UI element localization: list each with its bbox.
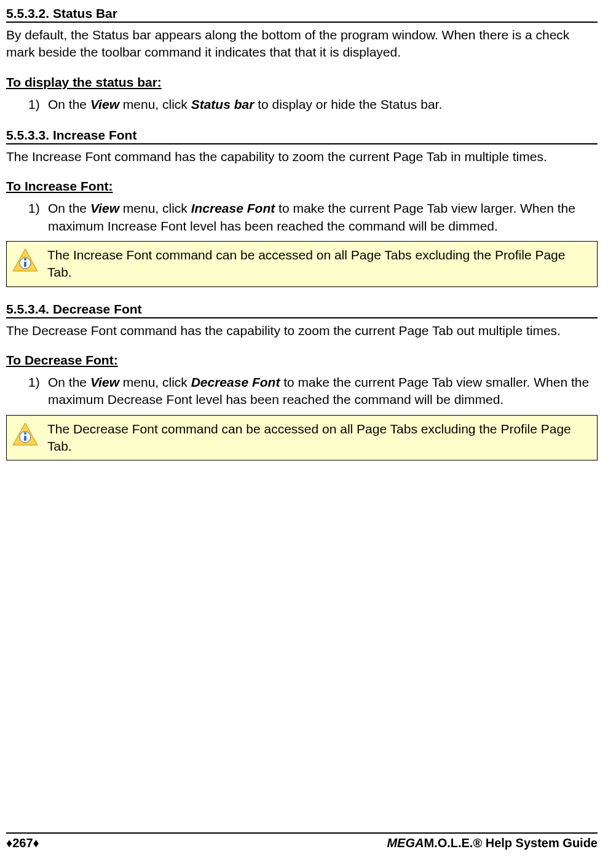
menu-name: View [90,201,119,215]
info-icon [12,422,39,449]
info-icon [12,248,39,275]
sub-heading: To Decrease Font: [6,353,598,368]
svg-rect-3 [24,262,26,267]
section-heading: 5.5.3.3. Increase Font [6,128,598,144]
note-box: The Increase Font command can be accesse… [6,241,598,287]
note-box: The Decrease Font command can be accesse… [6,415,598,461]
section-heading: 5.5.3.4. Decrease Font [6,302,598,318]
footer-divider [6,832,598,834]
sub-heading: To display the status bar: [6,75,598,90]
list-item: 1) On the View menu, click Status bar to… [28,96,598,113]
guide-title: MEGAM.O.L.E.® Help System Guide [387,836,598,850]
list-number: 1) [28,374,48,409]
command-name: Status bar [191,97,255,111]
list-content: On the View menu, click Status bar to di… [48,96,598,113]
list-content: On the View menu, click Increase Font to… [48,200,598,235]
text: On the [48,97,90,111]
list-item: 1) On the View menu, click Decrease Font… [28,374,598,409]
text: On the [48,201,90,215]
sub-heading: To Increase Font: [6,179,598,194]
text: menu, click [119,201,191,215]
section-intro: By default, the Status bar appears along… [6,26,598,61]
list-content: On the View menu, click Decrease Font to… [48,374,598,409]
menu-name: View [90,97,119,111]
section-intro: The Decrease Font command has the capabi… [6,322,598,339]
list-number: 1) [28,96,48,113]
guide-rest: M.O.L.E.® Help System Guide [424,836,598,850]
section-intro: The Increase Font command has the capabi… [6,148,598,165]
note-text: The Decrease Font command can be accesse… [47,421,592,456]
list-item: 1) On the View menu, click Increase Font… [28,200,598,235]
page-footer: ♦267♦ MEGAM.O.L.E.® Help System Guide [6,832,598,850]
guide-prefix: MEGA [387,836,424,850]
page-number: ♦267♦ [6,836,39,850]
menu-name: View [90,375,119,389]
svg-point-6 [24,432,26,435]
text: menu, click [119,97,191,111]
text: to display or hide the Status bar. [254,97,442,111]
svg-rect-7 [24,436,26,441]
text: On the [48,375,90,389]
command-name: Decrease Font [191,375,280,389]
list-number: 1) [28,200,48,235]
command-name: Increase Font [191,201,275,215]
svg-point-2 [24,258,26,261]
note-text: The Increase Font command can be accesse… [47,247,592,282]
section-heading: 5.5.3.2. Status Bar [6,6,598,23]
text: menu, click [119,375,191,389]
